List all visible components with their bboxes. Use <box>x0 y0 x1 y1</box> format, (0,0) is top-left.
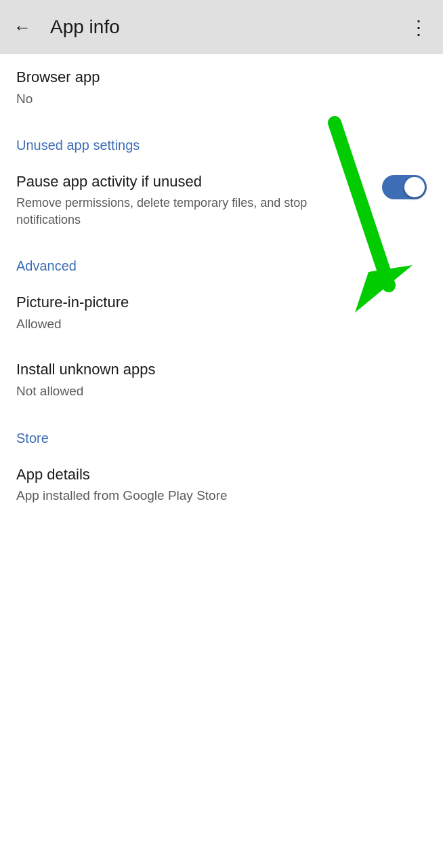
install-unknown-apps-value: Not allowed <box>16 382 427 401</box>
install-unknown-apps-label: Install unknown apps <box>16 360 427 380</box>
back-button[interactable]: ← <box>14 18 31 36</box>
unused-settings-section-header: Unused app settings <box>0 121 443 159</box>
picture-in-picture-label: Picture-in-picture <box>16 293 427 313</box>
pause-app-toggle[interactable] <box>382 175 427 199</box>
browser-app-item: Browser app No <box>0 54 443 121</box>
store-title: Store <box>16 431 49 446</box>
app-details-label: App details <box>16 465 427 485</box>
app-bar: ← App info ⋮ <box>0 0 443 54</box>
browser-app-label: Browser app <box>16 68 427 87</box>
store-section-header: Store <box>0 414 443 452</box>
content-area: Browser app No Unused app settings Pause… <box>0 54 443 519</box>
app-details-item[interactable]: App details App installed from Google Pl… <box>0 452 443 519</box>
toggle-knob <box>404 177 425 197</box>
pause-app-text: Pause app activity if unused Remove perm… <box>16 172 382 229</box>
install-unknown-apps-item[interactable]: Install unknown apps Not allowed <box>0 347 443 414</box>
pause-app-label: Pause app activity if unused <box>16 172 371 192</box>
overflow-menu-button[interactable]: ⋮ <box>409 16 429 39</box>
picture-in-picture-value: Allowed <box>16 315 427 334</box>
unused-settings-title: Unused app settings <box>16 138 140 153</box>
install-unknown-wrapper: Install unknown apps Not allowed <box>0 347 443 414</box>
page-title: App info <box>50 16 409 38</box>
advanced-section-header: Advanced <box>0 242 443 279</box>
app-details-value: App installed from Google Play Store <box>16 487 427 505</box>
picture-in-picture-item[interactable]: Picture-in-picture Allowed <box>0 279 443 347</box>
pause-app-description: Remove permissions, delete temporary fil… <box>16 195 371 229</box>
advanced-title: Advanced <box>16 258 77 273</box>
browser-app-value: No <box>16 90 427 108</box>
pause-app-toggle-row[interactable]: Pause app activity if unused Remove perm… <box>0 159 443 242</box>
